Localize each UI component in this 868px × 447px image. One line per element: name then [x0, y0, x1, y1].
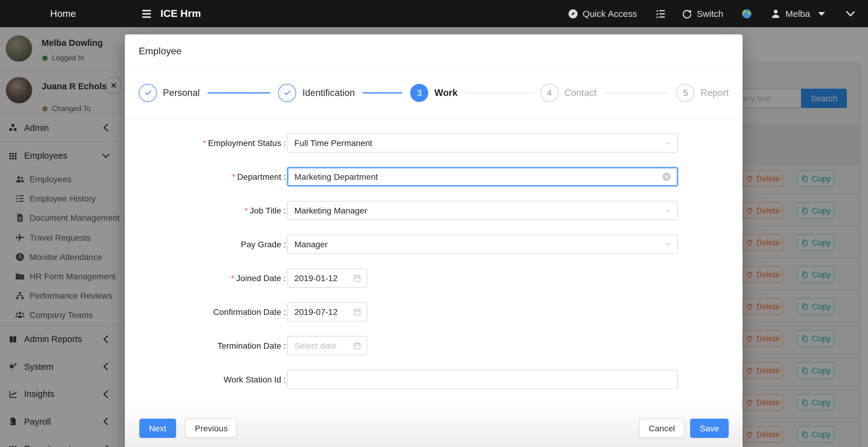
form-row-work-station-id: Work Station Id : — [125, 362, 743, 396]
field-label: Work Station Id : — [139, 375, 286, 384]
modal-title: Employee — [139, 46, 182, 56]
app-brand[interactable]: ICE Hrm — [160, 7, 201, 20]
clear-circle-icon — [662, 172, 671, 182]
wizard-step-report[interactable]: 5Report — [677, 84, 728, 102]
required-asterisk: * — [231, 273, 234, 283]
form-row-job-title: *Job Title :Marketing Manager — [125, 193, 743, 228]
employee-modal: Employee PersonalIdentification3Work4Con… — [125, 34, 743, 447]
select-arrow-icon — [664, 241, 671, 248]
top-navbar: Home ICE Hrm Quick Access Switch Melba — [0, 0, 868, 27]
field-value: Marketing Manager — [294, 206, 367, 215]
switch-icon — [682, 8, 692, 19]
language-globe-icon[interactable] — [741, 8, 752, 19]
select-arrow-icon — [664, 139, 671, 147]
hamburger-menu-icon[interactable] — [141, 7, 153, 20]
quick-access-label: Quick Access — [583, 8, 637, 19]
modal-header: Employee — [125, 34, 743, 68]
field-value: Marketing Department — [294, 172, 378, 182]
step-connector — [363, 92, 402, 93]
step-label: Report — [701, 87, 728, 98]
field-value: 2019-01-12 — [294, 273, 338, 283]
field-value: Full Time Permanent — [294, 138, 372, 148]
form-row-termination-date: Termination Date :Select date — [125, 329, 743, 362]
required-asterisk: * — [232, 172, 235, 182]
field-label: *Job Title : — [139, 206, 286, 215]
joined-date-datepicker[interactable]: 2019-01-12 — [287, 268, 367, 288]
pay-grade-select[interactable]: Manager — [287, 235, 678, 254]
step-label: Contact — [564, 87, 596, 98]
app-screen: Home ICE Hrm Quick Access Switch Melba — [0, 0, 868, 447]
step-connector — [604, 92, 669, 93]
work-station-id-input[interactable] — [287, 370, 678, 389]
cancel-button[interactable]: Cancel — [639, 419, 685, 438]
wizard-step-identification[interactable]: Identification — [278, 84, 355, 102]
confirmation-date-datepicker[interactable]: 2019-07-12 — [287, 302, 367, 322]
user-name-label: Melba — [785, 8, 810, 19]
wizard-step-personal[interactable]: Personal — [139, 84, 200, 102]
nav-home-link[interactable]: Home — [0, 8, 126, 19]
step-number-circle: 3 — [410, 84, 428, 102]
step-connector — [208, 92, 270, 93]
user-icon — [770, 8, 781, 19]
calendar-icon — [353, 274, 361, 282]
wizard-steps: PersonalIdentification3Work4Contact5Repo… — [125, 68, 743, 118]
next-button[interactable]: Next — [140, 419, 176, 438]
field-value: Select date — [294, 341, 337, 351]
required-asterisk: * — [245, 206, 248, 215]
quick-access-button[interactable]: Quick Access — [568, 8, 637, 19]
field-label: *Employment Status : — [139, 138, 286, 148]
form-row-department: *Department :Marketing Department — [125, 160, 743, 193]
field-label: Pay Grade : — [139, 239, 286, 249]
save-button[interactable]: Save — [690, 419, 728, 438]
required-asterisk: * — [203, 138, 206, 148]
step-label: Work — [434, 87, 458, 98]
form-row-employment-status: *Employment Status :Full Time Permanent — [125, 126, 743, 160]
form-row-confirmation-date: Confirmation Date :2019-07-12 — [125, 295, 743, 329]
check-icon — [283, 88, 292, 97]
termination-date-datepicker[interactable]: Select date — [287, 336, 367, 355]
switch-label: Switch — [697, 8, 723, 19]
modal-close-button[interactable] — [723, 45, 733, 56]
switch-button[interactable]: Switch — [682, 8, 723, 19]
employee-work-form: *Employment Status :Full Time Permanent*… — [125, 118, 743, 396]
wizard-step-contact[interactable]: 4Contact — [540, 84, 596, 102]
department-select[interactable]: Marketing Department — [287, 167, 678, 186]
field-label: *Joined Date : — [139, 273, 286, 283]
field-value: 2019-07-12 — [294, 307, 338, 317]
calendar-icon — [353, 341, 361, 350]
form-row-pay-grade: Pay Grade :Manager — [125, 228, 743, 261]
field-label: *Department : — [139, 172, 286, 182]
modal-footer: Next Previous Cancel Save — [125, 403, 743, 447]
wizard-step-work[interactable]: 3Work — [410, 84, 458, 102]
calendar-icon — [353, 308, 361, 316]
chevron-down-icon[interactable] — [845, 8, 856, 19]
form-row-joined-date: *Joined Date :2019-01-12 — [125, 261, 743, 295]
employment-status-select[interactable]: Full Time Permanent — [287, 133, 678, 153]
previous-button[interactable]: Previous — [185, 419, 237, 438]
step-label: Identification — [303, 87, 355, 98]
check-icon — [143, 88, 152, 97]
nav-right-cluster: Quick Access Switch Melba — [568, 8, 856, 19]
step-check-circle — [139, 84, 157, 102]
step-number-circle: 4 — [540, 84, 558, 102]
select-arrow-icon — [664, 207, 671, 214]
step-number-circle: 5 — [677, 84, 694, 102]
job-title-select[interactable]: Marketing Manager — [287, 201, 678, 220]
user-menu[interactable]: Melba — [770, 8, 827, 19]
step-connector — [465, 92, 532, 93]
compass-icon — [568, 8, 579, 19]
step-label: Personal — [163, 87, 200, 98]
field-label: Confirmation Date : — [139, 307, 286, 317]
step-check-circle — [278, 84, 297, 102]
work-station-id-text-field[interactable] — [294, 375, 660, 384]
field-value: Manager — [294, 239, 328, 249]
todo-list-icon[interactable] — [655, 8, 666, 19]
field-label: Termination Date : — [139, 341, 286, 351]
caret-down-icon — [816, 8, 827, 19]
